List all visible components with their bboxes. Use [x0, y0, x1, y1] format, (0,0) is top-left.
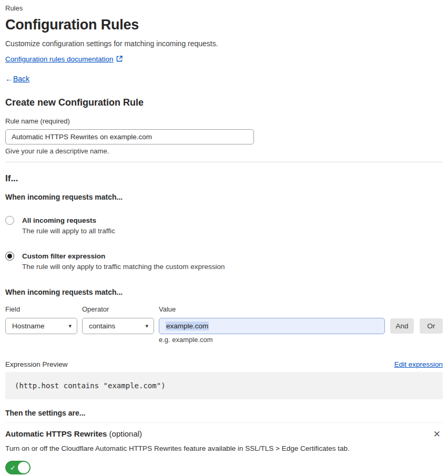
expression-preview-label: Expression Preview: [5, 360, 68, 369]
operator-select[interactable]: contains ▾: [82, 318, 154, 334]
radio-option-description: The rule will apply to all traffic: [22, 226, 115, 235]
radio-checked-icon[interactable]: [5, 252, 14, 261]
doc-link-row: Configuration rules documentation: [5, 55, 443, 64]
field-label: Field: [5, 305, 82, 313]
close-icon[interactable]: ✕: [431, 429, 443, 440]
setting-card-header: Automatic HTTPS Rewrites (optional) ✕: [5, 429, 443, 440]
rule-name-label: Rule name (required): [5, 117, 443, 126]
expression-code-text: (http.host contains "example.com"): [15, 381, 166, 390]
toggle-knob: [18, 462, 29, 473]
external-link-icon: [116, 55, 123, 64]
section-divider: [5, 162, 443, 162]
page-title: Configuration Rules: [5, 16, 443, 34]
match-heading: When incoming requests match...: [5, 193, 443, 202]
radio-option-texts: Custom filter expression The rule will o…: [22, 252, 225, 271]
setting-title: Automatic HTTPS Rewrites (optional): [5, 429, 142, 439]
rule-name-help: Give your rule a descriptive name.: [5, 147, 443, 156]
back-row: ←Back: [5, 75, 443, 84]
operator-select-value: contains: [89, 322, 115, 330]
operator-label: Operator: [82, 305, 159, 313]
create-rule-heading: Create new Configuration Rule: [5, 97, 443, 108]
back-arrow-icon: ←: [5, 75, 13, 83]
chevron-down-icon: ▾: [145, 323, 148, 329]
builder-controls-row: Hostname ▾ contains ▾ example.com And Or: [5, 318, 443, 334]
radio-option-texts: All incoming requests The rule will appl…: [22, 216, 115, 235]
value-label: Value: [159, 305, 443, 313]
card-divider: [5, 422, 443, 423]
then-settings-heading: Then the settings are...: [5, 409, 443, 418]
back-link[interactable]: Back: [13, 75, 29, 83]
setting-title-optional: (optional): [107, 429, 142, 438]
documentation-link[interactable]: Configuration rules documentation: [5, 55, 114, 63]
field-select-value: Hostname: [12, 322, 45, 330]
radio-option-description: The rule will only apply to traffic matc…: [22, 262, 225, 271]
edit-expression-link[interactable]: Edit expression: [394, 360, 443, 369]
value-help-text: e.g. example.com: [5, 336, 443, 344]
radio-option-label: All incoming requests: [22, 216, 115, 225]
breadcrumb: Rules: [5, 4, 443, 13]
expression-builder-heading: When incoming requests match...: [5, 288, 443, 297]
expression-preview-code: (http.host contains "example.com"): [5, 372, 443, 399]
radio-unchecked-icon[interactable]: [5, 216, 14, 225]
check-icon: ✓: [10, 463, 16, 472]
radio-option-all-requests[interactable]: All incoming requests The rule will appl…: [5, 216, 443, 235]
and-button[interactable]: And: [390, 318, 414, 334]
if-heading: If...: [5, 173, 443, 184]
page-subtitle: Customize configuration settings for mat…: [5, 39, 443, 48]
setting-title-name: Automatic HTTPS Rewrites: [5, 429, 107, 438]
setting-description: Turn on or off the Cloudflare Automatic …: [5, 444, 443, 453]
or-button[interactable]: Or: [420, 318, 443, 334]
value-input[interactable]: example.com: [159, 318, 385, 334]
automatic-https-rewrites-toggle[interactable]: ✓: [5, 461, 30, 474]
radio-option-label: Custom filter expression: [22, 252, 225, 261]
field-select[interactable]: Hostname ▾: [5, 318, 77, 334]
rule-name-input[interactable]: [5, 129, 254, 144]
radio-option-custom-filter[interactable]: Custom filter expression The rule will o…: [5, 252, 443, 271]
chevron-down-icon: ▾: [68, 323, 72, 329]
expression-preview-row: Expression Preview Edit expression: [5, 360, 443, 369]
builder-column-labels: Field Operator Value: [5, 305, 443, 313]
value-input-text: example.com: [166, 322, 209, 330]
